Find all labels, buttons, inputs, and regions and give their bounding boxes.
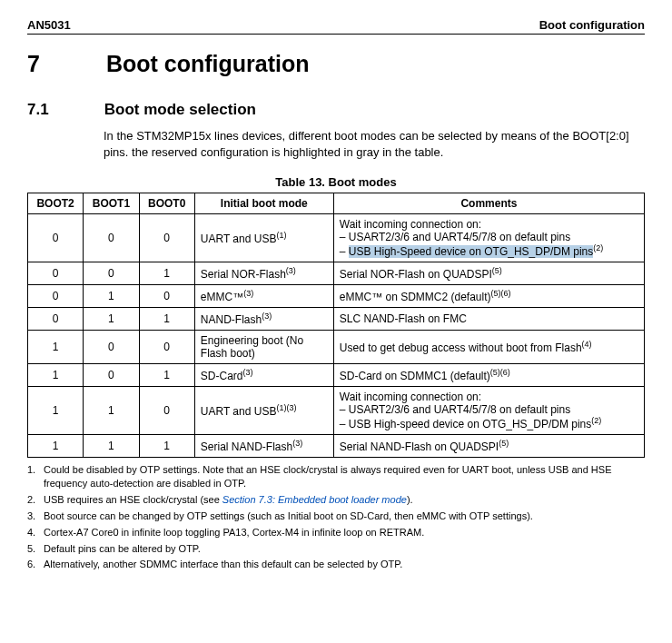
- table-header: BOOT2 BOOT1 BOOT0 Initial boot mode Comm…: [28, 193, 645, 214]
- doc-id: AN5031: [27, 18, 71, 32]
- highlighted-text: USB High-Speed device on OTG_HS_DP/DM pi…: [349, 245, 593, 258]
- table-row: 1 0 1 SD-Card(3) SD-Card on SDMMC1 (defa…: [28, 364, 645, 387]
- table-row: 0 1 0 eMMC™(3) eMMC™ on SDMMC2 (default)…: [28, 285, 645, 308]
- subsection-number: 7.1: [27, 101, 100, 119]
- intro-paragraph: In the STM32MP15x lines devices, differe…: [104, 128, 645, 161]
- table-caption: Table 13. Boot modes: [27, 175, 645, 189]
- boot-modes-table: BOOT2 BOOT1 BOOT0 Initial boot mode Comm…: [27, 193, 645, 458]
- table-row: 1 1 1 Serial NAND-Flash(3) Serial NAND-F…: [28, 435, 645, 458]
- col-boot0: BOOT0: [139, 193, 194, 214]
- cell-b0: 0: [139, 214, 194, 262]
- table-row: 1 1 0 UART and USB(1)(3) Wait incoming c…: [28, 387, 645, 435]
- section-link[interactable]: Section 7.3: Embedded boot loader mode: [222, 494, 407, 505]
- table-row: 0 0 0 UART and USB(1) Wait incoming conn…: [28, 214, 645, 262]
- section-title: 7 Boot configuration: [27, 51, 645, 77]
- col-mode: Initial boot mode: [194, 193, 333, 214]
- footnote-text: Could be disabled by OTP settings. Note …: [44, 463, 645, 490]
- table-row: 0 0 1 Serial NOR-Flash(3) Serial NOR-Fla…: [28, 262, 645, 285]
- table-row: 0 1 1 NAND-Flash(3) SLC NAND-Flash on FM…: [28, 308, 645, 331]
- col-comments: Comments: [333, 193, 644, 214]
- subsection-title: 7.1 Boot mode selection: [27, 101, 645, 119]
- footnote-number: 1.: [27, 463, 44, 490]
- col-boot1: BOOT1: [84, 193, 139, 214]
- table-row: 1 0 0 Engineering boot (No Flash boot) U…: [28, 331, 645, 364]
- cell-comments: Wait incoming connection on: – USART2/3/…: [333, 214, 644, 262]
- page-header: AN5031 Boot configuration: [27, 18, 645, 35]
- cell-b2: 0: [28, 214, 84, 262]
- cell-b1: 0: [84, 214, 139, 262]
- footnotes: 1.Could be disabled by OTP settings. Not…: [27, 463, 645, 571]
- cell-mode: UART and USB(1): [194, 214, 333, 262]
- section-title-text: Boot configuration: [106, 51, 310, 76]
- section-number: 7: [27, 51, 100, 77]
- subsection-title-text: Boot mode selection: [104, 101, 256, 118]
- col-boot2: BOOT2: [28, 193, 84, 214]
- header-right: Boot configuration: [539, 18, 645, 32]
